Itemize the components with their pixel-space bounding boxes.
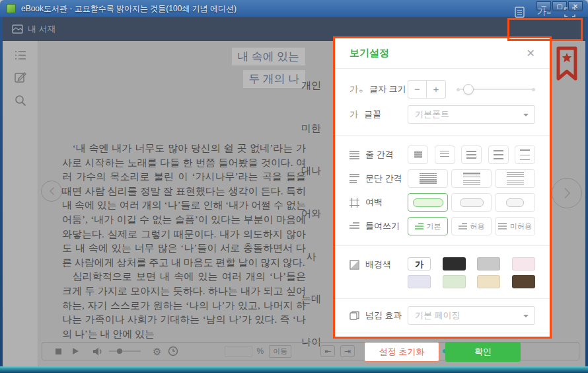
font-face-icon: 가 [349, 108, 358, 120]
paragraph-spacing-label: 문단 간격 [365, 173, 402, 185]
margin-option-3[interactable] [495, 193, 535, 212]
reader-sidebar [3, 41, 38, 366]
panel-close-icon[interactable]: ✕ [527, 47, 535, 60]
confirm-button[interactable]: 확인 [445, 342, 521, 362]
bg-swatch-pink[interactable] [512, 257, 535, 270]
view-settings-panel: 보기설정 ✕ 가ㅎ 글자 크기 − + [333, 36, 552, 339]
indent-option-allow[interactable]: 허용 [451, 217, 492, 235]
line-spacing-option-1[interactable] [408, 145, 428, 164]
bg-swatch-black[interactable] [443, 257, 466, 270]
bg-swatch-lavender[interactable] [408, 275, 431, 288]
page-effect-icon [349, 311, 359, 320]
divider [335, 298, 550, 299]
my-library-label: 내 서재 [28, 23, 56, 35]
window-bottom-frame [0, 366, 588, 373]
font-face-value: 기본폰트 [415, 109, 449, 119]
bg-swatch-white[interactable]: 가 [408, 257, 431, 270]
prev-page-button[interactable] [41, 181, 62, 202]
title-bar: eBook도서관 - 고요할수록 밝아지는 것들(100쇄 기념 에디션) ─ … [0, 0, 588, 17]
play-icon[interactable] [73, 348, 79, 354]
view-tools-group: 가ㅂ [509, 3, 581, 21]
chapter-title: 내 속에 있는 두 개의 나 [62, 48, 305, 93]
paragraph-2: 심리학적으로 보면 내 속에 있는 여러 개의 ‘나’들은 크게 두 가지로 모… [62, 270, 306, 341]
go-button[interactable]: 이동 [269, 345, 291, 358]
page-text: ‘내 속엔 내가 너무도 많아 당신의 쉴 곳 없네’라는 가사로 시작하는 노… [62, 142, 306, 341]
paragraph-1: ‘내 속엔 내가 너무도 많아 당신의 쉴 곳 없네’라는 가사로 시작하는 노… [62, 142, 306, 270]
chevron-right-icon [564, 187, 571, 199]
paragraph-spacing-option-1[interactable] [408, 169, 448, 188]
font-settings-icon[interactable]: 가ㅂ [537, 6, 552, 18]
margin-icon [349, 198, 359, 208]
font-face-dropdown[interactable]: 기본폰트 [408, 105, 535, 124]
bg-color-icon [349, 260, 359, 270]
next-page-button[interactable] [552, 178, 582, 208]
chevron-down-icon [523, 114, 529, 116]
paragraph-spacing-option-2[interactable] [451, 169, 492, 188]
my-library-button[interactable]: 내 서재 [12, 23, 56, 35]
line-spacing-option-2[interactable] [435, 145, 455, 164]
font-size-decrease-button[interactable]: − [408, 81, 427, 98]
indent-option-disallow[interactable]: 미허용 [495, 217, 535, 235]
jump-to-start-icon[interactable]: ⇤ [320, 345, 335, 357]
stop-icon[interactable] [55, 349, 61, 354]
chapter-title-line2: 두 개의 나 [243, 70, 306, 88]
bg-swatch-gray[interactable] [477, 257, 500, 270]
view-settings-icon[interactable] [515, 7, 525, 18]
bg-swatch-brown[interactable] [512, 275, 535, 288]
percent-input[interactable] [225, 346, 252, 357]
reset-settings-button[interactable]: 설정 초기화 [364, 342, 439, 362]
volume-slider[interactable] [109, 351, 141, 352]
divider [335, 245, 550, 246]
line-spacing-icon [349, 151, 359, 159]
indent-icon [349, 222, 359, 230]
search-icon[interactable] [15, 95, 26, 106]
line-spacing-option-4[interactable] [488, 145, 509, 164]
font-size-stepper: − + [408, 80, 446, 99]
bookmark-icon[interactable] [556, 46, 578, 81]
bg-swatch-cream[interactable] [477, 275, 500, 288]
percent-sign: % [256, 347, 264, 356]
app-window: eBook도서관 - 고요할수록 밝아지는 것들(100쇄 기념 에디션) ─ … [0, 0, 588, 373]
page-effect-label: 넘김 효과 [365, 310, 402, 321]
font-size-icon: 가ㅎ [349, 83, 363, 95]
window-title: eBook도서관 - 고요할수록 밝아지는 것들(100쇄 기념 에디션) [21, 3, 237, 15]
margin-option-2[interactable] [451, 193, 492, 212]
settings-gear-icon[interactable]: ⚙ [153, 347, 161, 356]
paragraph-spacing-option-3[interactable] [495, 169, 535, 188]
indent-label: 들여쓰기 [365, 220, 400, 232]
indent-option-default-selected[interactable]: 기본 [408, 217, 448, 235]
right-page-clipped-text: 개인 미한 대나 어와 사 는데 나이 자란 을 때 려 ㅂ 없다 하는 끼게 … [301, 50, 334, 348]
divider [335, 68, 550, 69]
toc-icon[interactable] [15, 50, 26, 60]
font-size-slider-knob[interactable] [463, 84, 474, 95]
line-spacing-label: 줄 간격 [365, 149, 394, 161]
panel-title: 보기설정 [349, 47, 389, 60]
font-size-increase-button[interactable]: + [427, 81, 445, 98]
line-spacing-option-5[interactable] [515, 145, 535, 164]
paragraph-spacing-icon [349, 174, 359, 183]
margin-option-1-selected[interactable] [408, 193, 448, 212]
clock-icon[interactable] [168, 346, 178, 356]
bg-swatch-green[interactable] [443, 275, 466, 288]
chevron-down-icon [523, 315, 529, 317]
annotate-icon[interactable] [15, 71, 26, 83]
font-size-slider[interactable] [457, 84, 535, 95]
line-spacing-option-3[interactable] [461, 145, 482, 164]
volume-icon[interactable] [93, 347, 103, 356]
page-effect-dropdown[interactable]: 기본 페이징 [408, 306, 535, 325]
bg-color-label: 배경색 [365, 259, 391, 270]
page-effect-value: 기본 페이징 [415, 310, 460, 320]
fullscreen-icon[interactable] [564, 7, 575, 17]
app-logo-icon [7, 4, 16, 13]
font-face-label: 글꼴 [364, 108, 381, 120]
chapter-title-line1: 내 속에 있는 [232, 48, 306, 65]
library-icon [12, 24, 23, 34]
chevron-left-icon [49, 186, 55, 196]
divider [335, 135, 550, 136]
font-size-label: 글자 크기 [369, 83, 406, 95]
margin-label: 여백 [365, 196, 383, 208]
